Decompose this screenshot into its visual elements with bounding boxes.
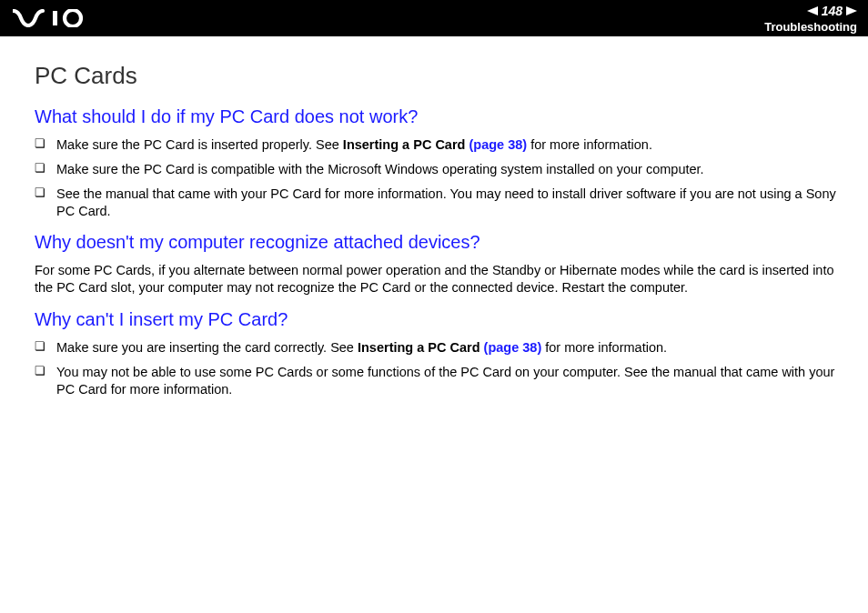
text: You may not be able to use some PC Cards…	[56, 365, 834, 397]
list-item: Make sure the PC Card is compatible with…	[35, 161, 852, 178]
question-heading-1: What should I do if my PC Card does not …	[35, 106, 852, 127]
section-label: Troubleshooting	[764, 20, 857, 34]
answer-paragraph-2: For some PC Cards, if you alternate betw…	[35, 262, 852, 296]
page-link[interactable]: (page 38)	[469, 137, 527, 152]
question-heading-3: Why can't I insert my PC Card?	[35, 309, 852, 330]
page-title: PC Cards	[35, 62, 852, 90]
header-band: 148 Troubleshooting	[0, 0, 868, 36]
list-item: You may not be able to use some PC Cards…	[35, 364, 852, 398]
bold-ref: Inserting a PC Card	[358, 340, 484, 355]
answer-list-1: Make sure the PC Card is inserted proper…	[35, 136, 852, 219]
page-number: 148	[822, 4, 843, 18]
list-item: Make sure you are inserting the card cor…	[35, 339, 852, 357]
prev-page-arrow-icon[interactable]	[807, 6, 818, 15]
bold-ref: Inserting a PC Card	[343, 137, 469, 152]
text: for more information.	[527, 137, 652, 152]
svg-point-1	[65, 10, 81, 26]
text: See the manual that came with your PC Ca…	[56, 186, 836, 218]
text: Make sure the PC Card is compatible with…	[56, 162, 704, 176]
list-item: Make sure the PC Card is inserted proper…	[35, 136, 852, 154]
page-link[interactable]: (page 38)	[484, 340, 542, 355]
text: for more information.	[541, 340, 667, 355]
list-item: See the manual that came with your PC Ca…	[35, 186, 852, 220]
answer-list-3: Make sure you are inserting the card cor…	[35, 339, 852, 398]
question-heading-2: Why doesn't my computer recognize attach…	[35, 232, 852, 253]
vaio-logo	[13, 0, 96, 36]
text: Make sure the PC Card is inserted proper…	[56, 137, 343, 152]
next-page-arrow-icon[interactable]	[846, 6, 857, 15]
svg-rect-0	[53, 11, 57, 25]
content-area: PC Cards What should I do if my PC Card …	[0, 36, 868, 398]
header-right: 148 Troubleshooting	[764, 4, 857, 34]
page-nav: 148	[807, 4, 857, 18]
text: Make sure you are inserting the card cor…	[56, 340, 358, 355]
